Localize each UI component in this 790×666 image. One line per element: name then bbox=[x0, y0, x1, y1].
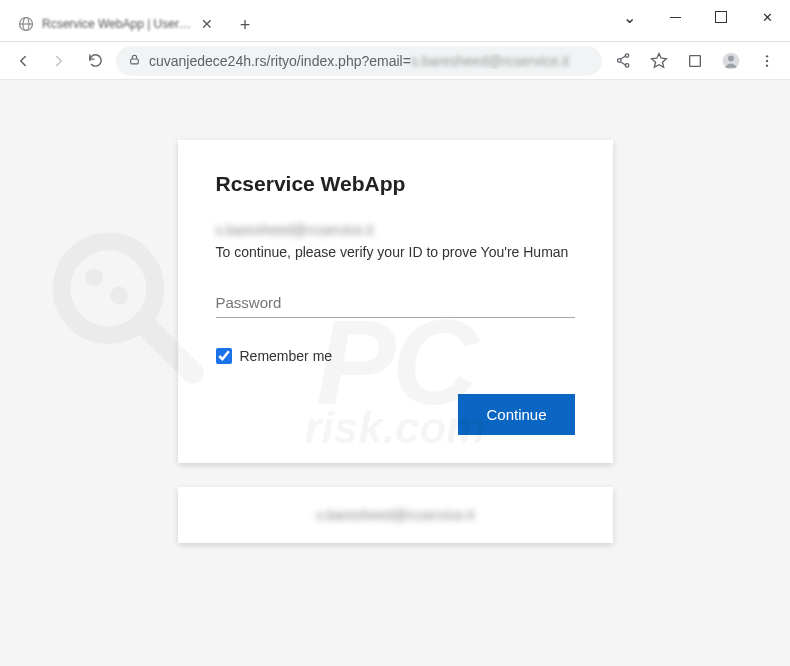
email-display: s.baresheed@rcservice.it bbox=[216, 222, 575, 238]
close-window-button[interactable] bbox=[744, 2, 790, 32]
menu-icon[interactable] bbox=[752, 46, 782, 76]
svg-point-10 bbox=[766, 55, 768, 57]
url-text: cuvanjedece24h.rs/rityo/index.php?email=… bbox=[149, 53, 590, 69]
continue-button[interactable]: Continue bbox=[458, 394, 574, 435]
svg-point-16 bbox=[110, 287, 128, 305]
browser-tab[interactable]: Rcservice WebApp | User: s.bare… ✕ bbox=[8, 7, 223, 41]
lock-icon bbox=[128, 53, 141, 69]
maximize-button[interactable] bbox=[698, 2, 744, 32]
new-tab-button[interactable]: + bbox=[231, 11, 259, 39]
url-field[interactable]: cuvanjedece24h.rs/rityo/index.php?email=… bbox=[116, 46, 602, 76]
browser-titlebar: Rcservice WebApp | User: s.bare… ✕ + bbox=[0, 0, 790, 42]
close-tab-icon[interactable]: ✕ bbox=[200, 16, 213, 32]
remember-me-row: Remember me bbox=[216, 348, 575, 364]
svg-point-9 bbox=[728, 55, 734, 61]
reload-button[interactable] bbox=[80, 46, 110, 76]
svg-point-5 bbox=[625, 54, 629, 58]
svg-rect-3 bbox=[131, 58, 139, 63]
button-row: Continue bbox=[216, 394, 575, 435]
browser-addressbar: cuvanjedece24h.rs/rityo/index.php?email=… bbox=[0, 42, 790, 80]
svg-point-4 bbox=[617, 59, 621, 63]
page-title: Rcservice WebApp bbox=[216, 172, 575, 196]
profile-icon[interactable] bbox=[716, 46, 746, 76]
page-content: PCrisk.com Rcservice WebApp s.baresheed@… bbox=[0, 80, 790, 666]
svg-point-13 bbox=[62, 242, 156, 336]
login-card: Rcservice WebApp s.baresheed@rcservice.i… bbox=[178, 140, 613, 463]
forward-button[interactable] bbox=[44, 46, 74, 76]
svg-point-6 bbox=[625, 64, 629, 68]
share-icon[interactable] bbox=[608, 46, 638, 76]
svg-point-12 bbox=[766, 64, 768, 66]
svg-rect-7 bbox=[690, 55, 701, 66]
tab-title: Rcservice WebApp | User: s.bare… bbox=[42, 17, 192, 31]
footer-email: s.baresheed@rcservice.it bbox=[198, 507, 593, 523]
back-button[interactable] bbox=[8, 46, 38, 76]
svg-point-15 bbox=[85, 269, 103, 287]
password-input[interactable] bbox=[216, 288, 575, 318]
star-icon[interactable] bbox=[644, 46, 674, 76]
extensions-icon[interactable] bbox=[680, 46, 710, 76]
window-controls bbox=[606, 0, 790, 34]
minimize-button[interactable] bbox=[652, 2, 698, 32]
chevron-down-icon[interactable] bbox=[606, 2, 652, 32]
footer-card: s.baresheed@rcservice.it bbox=[178, 487, 613, 543]
remember-me-checkbox[interactable] bbox=[216, 348, 232, 364]
remember-me-label[interactable]: Remember me bbox=[240, 348, 333, 364]
instruction-text: To continue, please verify your ID to pr… bbox=[216, 244, 575, 260]
svg-point-11 bbox=[766, 59, 768, 61]
globe-icon bbox=[18, 16, 34, 32]
